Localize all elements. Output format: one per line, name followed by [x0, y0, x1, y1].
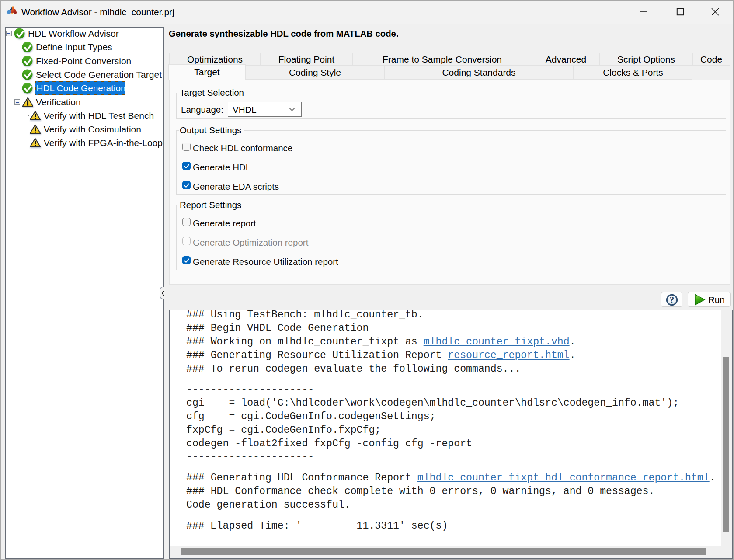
svg-text:?: ?: [670, 294, 675, 305]
